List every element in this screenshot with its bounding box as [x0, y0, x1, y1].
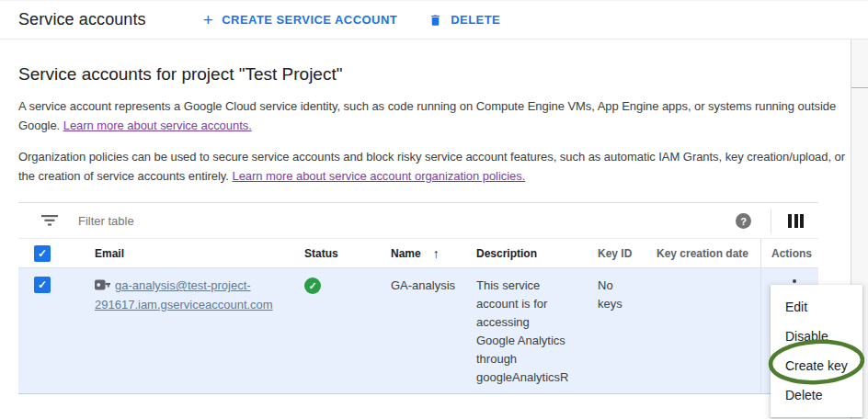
table-header-row: ✓ Email Status Name ↑ Description Key ID…	[18, 239, 818, 268]
help-glyph: ?	[740, 216, 747, 227]
filter-table-input[interactable]	[78, 214, 354, 228]
menu-item-create-key[interactable]: Create key	[771, 351, 862, 380]
service-account-email-link[interactable]: ga-analysis@test-project-291617.iam.gser…	[95, 278, 273, 311]
trash-icon	[428, 13, 442, 28]
column-header-name[interactable]: Name ↑	[372, 239, 458, 267]
help-icon[interactable]: ?	[736, 213, 751, 229]
delete-button[interactable]: DELETE	[428, 13, 500, 28]
checkmark-glyph: ✓	[38, 247, 47, 260]
select-all-checkbox[interactable]: ✓	[34, 245, 51, 262]
filter-icon	[41, 215, 58, 226]
menu-item-edit[interactable]: Edit	[771, 292, 862, 322]
info-panel-divider	[851, 87, 868, 88]
column-header-key-id[interactable]: Key ID	[579, 239, 638, 267]
description-cell: This service account is for accessing Go…	[458, 268, 579, 393]
service-accounts-table: ? ✓ Email Status Name ↑ Description Key …	[18, 202, 818, 394]
page-title: Service accounts	[18, 10, 146, 29]
section-heading: Service accounts for project "Test Proje…	[18, 64, 851, 85]
key-id-cell: No keys	[579, 268, 638, 393]
learn-more-org-policies-link[interactable]: Learn more about service account organiz…	[232, 169, 525, 183]
column-header-email[interactable]: Email	[76, 239, 286, 267]
learn-more-service-accounts-link[interactable]: Learn more about service accounts.	[63, 119, 252, 132]
table-row: ✓ ga-analysis@test-project-291617.iam.gs…	[18, 268, 818, 394]
status-cell: ✓	[286, 268, 372, 393]
name-cell: GA-analysis	[372, 268, 458, 393]
menu-item-disable[interactable]: Disable	[771, 322, 862, 351]
key-creation-date-cell	[638, 268, 760, 393]
table-filter-bar: ?	[18, 203, 818, 239]
plus-icon: +	[203, 11, 214, 28]
menu-item-delete[interactable]: Delete	[771, 380, 862, 410]
key-id-value: No keys	[598, 277, 638, 313]
toolbar-divider	[771, 209, 771, 233]
main-content: Service accounts for project "Test Proje…	[18, 40, 851, 394]
checkmark-glyph: ✓	[308, 277, 316, 295]
column-header-description[interactable]: Description	[458, 239, 579, 267]
checkmark-glyph: ✓	[38, 276, 47, 294]
create-service-account-label: CREATE SERVICE ACCOUNT	[222, 13, 397, 27]
create-service-account-button[interactable]: + CREATE SERVICE ACCOUNT	[203, 11, 398, 28]
sort-ascending-icon[interactable]: ↑	[433, 246, 440, 261]
service-account-key-icon	[95, 277, 110, 296]
row-checkbox[interactable]: ✓	[34, 277, 51, 293]
delete-label: DELETE	[451, 13, 500, 27]
column-header-key-creation-date[interactable]: Key creation date	[638, 239, 760, 267]
page-toolbar: Service accounts + CREATE SERVICE ACCOUN…	[0, 0, 868, 40]
row-actions-menu: Edit Disable Create key Delete	[771, 285, 862, 417]
email-cell: ga-analysis@test-project-291617.iam.gser…	[76, 268, 286, 393]
column-header-status[interactable]: Status	[286, 239, 372, 267]
column-display-options-icon[interactable]	[788, 214, 804, 228]
status-enabled-icon: ✓	[304, 277, 321, 294]
org-policies-paragraph: Organization policies can be used to sec…	[18, 147, 851, 186]
column-header-actions: Actions	[760, 239, 818, 267]
intro-paragraph: A service account represents a Google Cl…	[18, 96, 851, 135]
